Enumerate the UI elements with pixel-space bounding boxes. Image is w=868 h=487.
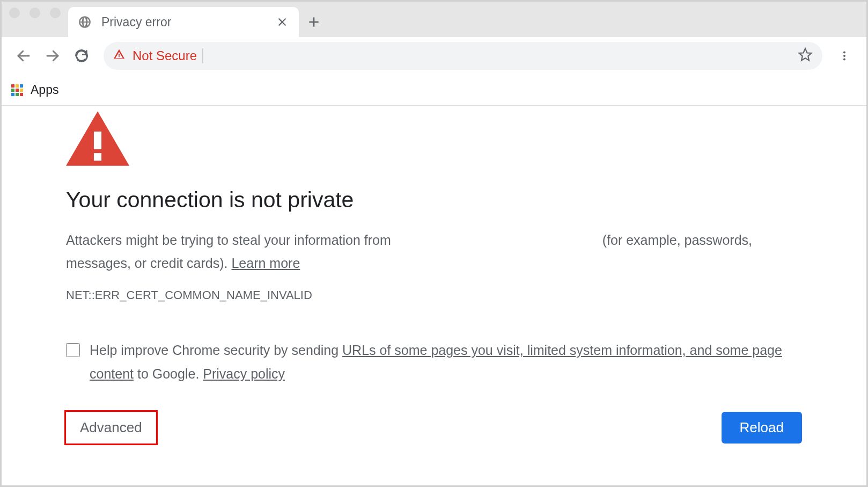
learn-more-link[interactable]: Learn more <box>231 256 300 271</box>
tab-strip: Privacy error <box>2 2 866 37</box>
apps-shortcut[interactable]: Apps <box>11 83 58 97</box>
opt-in-checkbox[interactable] <box>66 343 80 357</box>
warning-triangle-icon <box>66 111 129 168</box>
close-tab-button[interactable] <box>276 16 288 28</box>
new-tab-button[interactable] <box>299 7 329 37</box>
interstitial-page: Your connection is not private Attackers… <box>2 111 866 444</box>
opt-in-row: Help improve Chrome security by sending … <box>66 339 802 386</box>
svg-point-8 <box>843 55 845 57</box>
security-indicator[interactable]: Not Secure <box>113 48 197 63</box>
error-code: NET::ERR_CERT_COMMON_NAME_INVALID <box>66 288 802 302</box>
bookmark-bar: Apps <box>2 75 866 106</box>
browser-menu-button[interactable] <box>832 43 857 68</box>
button-row: Advanced Reload <box>66 412 802 444</box>
apps-grid-icon <box>11 84 23 96</box>
globe-icon <box>78 15 92 29</box>
browser-toolbar: Not Secure <box>2 37 866 75</box>
error-body: Attackers might be trying to steal your … <box>66 229 802 274</box>
svg-rect-12 <box>94 153 101 161</box>
privacy-policy-link[interactable]: Privacy policy <box>203 366 285 381</box>
reload-button[interactable]: Reload <box>722 412 802 444</box>
svg-marker-6 <box>799 48 811 60</box>
not-secure-label: Not Secure <box>133 48 197 63</box>
advanced-button[interactable]: Advanced <box>66 412 156 444</box>
svg-point-7 <box>843 52 845 54</box>
opt-in-text: Help improve Chrome security by sending … <box>90 339 802 386</box>
back-button[interactable] <box>11 43 36 68</box>
warning-small-icon <box>113 48 125 63</box>
tab-title: Privacy error <box>101 15 276 30</box>
reload-toolbar-button[interactable] <box>69 43 94 68</box>
forward-button[interactable] <box>40 43 65 68</box>
window-controls <box>9 2 68 37</box>
apps-label: Apps <box>31 83 58 97</box>
close-window-button[interactable] <box>9 8 20 18</box>
minimize-window-button[interactable] <box>30 8 40 18</box>
bookmark-star-icon[interactable] <box>798 47 813 64</box>
maximize-window-button[interactable] <box>50 8 61 18</box>
address-bar[interactable]: Not Secure <box>104 42 822 70</box>
svg-rect-11 <box>94 132 101 149</box>
error-heading: Your connection is not private <box>66 187 802 213</box>
active-tab[interactable]: Privacy error <box>68 7 299 37</box>
url-input[interactable] <box>202 48 798 63</box>
svg-point-9 <box>843 58 845 60</box>
